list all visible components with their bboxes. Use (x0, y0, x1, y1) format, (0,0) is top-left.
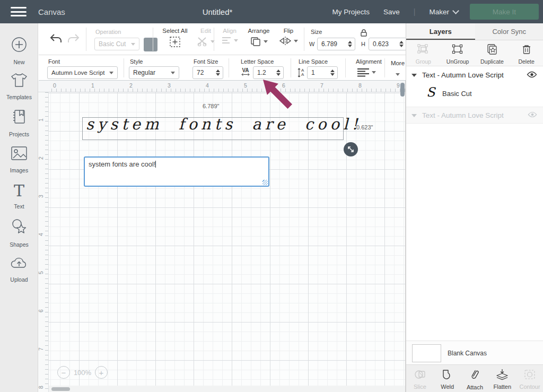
layer-expand-icon[interactable] (411, 74, 417, 77)
lock-icon[interactable] (360, 29, 368, 39)
line-space-label: Line Space (299, 58, 328, 65)
layer-expand-icon[interactable] (411, 114, 417, 117)
ungroup-icon (451, 43, 464, 55)
trash-icon (521, 43, 532, 55)
blank-canvas-row: Blank Canvas (406, 341, 543, 364)
height-stepper[interactable] (399, 41, 404, 47)
height-label: H (361, 41, 365, 47)
machine-chevron-down-icon[interactable] (452, 7, 459, 14)
letter-space-stepper[interactable] (276, 69, 281, 76)
layer-thumbnail-glyph: S (426, 85, 435, 100)
layers-panel: Layers Color Sync Group UnGroup Duplicat… (406, 23, 543, 392)
height-input[interactable]: 0.623 (369, 38, 407, 50)
zoom-out-button[interactable]: − (57, 366, 70, 379)
redo-button[interactable] (66, 33, 80, 47)
alignment-label: Alignment (356, 58, 382, 65)
visibility-eye-icon[interactable] (528, 110, 537, 120)
font-select[interactable]: Autumn Love Script (47, 66, 118, 79)
tab-color-sync[interactable]: Color Sync (475, 23, 543, 40)
header-bar: Canvas Untitled* My Projects Save | Make… (0, 0, 543, 23)
font-label: Font (48, 58, 60, 65)
layer-row-2[interactable]: Text - Autumn Love Script (406, 107, 543, 124)
text-toolbar: Font Autumn Love Script Style Regular Fo… (39, 55, 406, 81)
horizontal-scrollbar[interactable] (49, 386, 406, 392)
ungroup-button[interactable]: UnGroup (441, 40, 475, 66)
resize-handle[interactable] (344, 142, 358, 156)
duplicate-button[interactable]: Duplicate (475, 40, 510, 66)
flip-icon (279, 36, 292, 46)
plus-circle-icon (0, 36, 38, 55)
letter-space-input[interactable]: 1.2 (253, 66, 284, 79)
align-button[interactable]: Align (217, 28, 242, 47)
sidebar-item-images[interactable]: Images (0, 145, 38, 175)
blank-canvas-label: Blank Canvas (448, 350, 487, 357)
layer-row-1[interactable]: Text - Autumn Love Script (406, 67, 543, 83)
visibility-eye-icon[interactable] (527, 71, 537, 80)
horizontal-ruler: 0 1 2 3 4 5 6 7 8 9 (38, 81, 406, 92)
sidebar-item-projects[interactable]: Projects (0, 108, 38, 138)
shirt-icon (0, 72, 38, 90)
size-label: Size (311, 29, 322, 35)
vscroll-thumb[interactable] (400, 83, 405, 97)
delete-button[interactable]: Delete (509, 40, 543, 66)
star-shapes-icon (0, 219, 38, 238)
arrange-button[interactable]: Arrange (243, 28, 274, 49)
edit-button[interactable]: Edit (192, 28, 219, 49)
weld-button[interactable]: Weld (434, 365, 461, 392)
sidebar-item-new[interactable]: New (0, 36, 38, 66)
sidebar-item-templates[interactable]: Templates (0, 72, 38, 101)
more-button-row2[interactable]: More (388, 60, 408, 78)
my-projects-link[interactable]: My Projects (332, 8, 370, 16)
line-space-input[interactable]: 1 (307, 66, 338, 79)
project-title[interactable]: Untitled* (186, 7, 249, 16)
text-selection-box[interactable]: system fonts are cool! (82, 117, 344, 140)
textarea-resize-grip[interactable] (262, 180, 268, 185)
hscroll-thumb[interactable] (51, 387, 70, 391)
selection-height-label: 0.623" (356, 124, 373, 130)
text-edit-field[interactable]: system fonts are cool! (84, 156, 269, 187)
slice-button[interactable]: Slice (406, 365, 434, 392)
sidebar-item-shapes[interactable]: Shapes (0, 219, 38, 249)
style-select[interactable]: Regular (129, 66, 179, 79)
script-text-object[interactable]: system fonts are cool! (86, 115, 362, 133)
upload-cloud-icon (0, 256, 38, 273)
flatten-button[interactable]: Flatten (488, 365, 516, 392)
save-link[interactable]: Save (383, 8, 400, 16)
group-button[interactable]: Group (406, 40, 441, 66)
slice-icon (414, 369, 426, 380)
width-stepper[interactable] (348, 41, 352, 47)
sidebar-item-text[interactable]: T Text (0, 182, 38, 211)
text-tool-icon: T (0, 182, 38, 199)
resize-arrows-icon (347, 145, 355, 153)
machine-selector[interactable]: Maker (429, 8, 449, 16)
flip-button[interactable]: Flip (276, 28, 301, 48)
header-divider: | (414, 7, 416, 16)
canvas-label: Canvas (38, 7, 65, 16)
contour-button[interactable]: Contour (516, 365, 543, 392)
selection-width-label: 6.789" (203, 103, 219, 109)
width-input[interactable]: 6.789 (317, 38, 355, 50)
make-it-button[interactable]: Make It (470, 4, 539, 20)
tab-layers[interactable]: Layers (406, 23, 475, 40)
zoom-level: 100% (70, 369, 95, 377)
notebook-icon (0, 108, 38, 127)
font-size-stepper[interactable] (216, 69, 220, 76)
line-space-stepper[interactable] (330, 69, 335, 76)
sidebar-item-upload[interactable]: Upload (0, 256, 38, 284)
app-window: Canvas Untitled* My Projects Save | Make… (0, 0, 543, 392)
blank-canvas-swatch[interactable] (412, 344, 441, 362)
font-size-input[interactable]: 72 (192, 66, 223, 79)
operation-select[interactable]: Basic Cut (94, 38, 139, 50)
attach-button[interactable]: Attach (461, 365, 489, 392)
hamburger-menu-icon[interactable] (11, 7, 27, 16)
layer-sublayer-basic-cut[interactable]: S Basic Cut (406, 83, 543, 104)
select-all-button[interactable]: Select All (159, 28, 191, 50)
color-swatch[interactable] (144, 38, 157, 51)
zoom-in-button[interactable]: + (95, 366, 108, 379)
undo-button[interactable] (49, 33, 63, 47)
align-icon (221, 36, 232, 45)
design-canvas[interactable]: 0 1 2 3 4 5 6 7 8 9 1 2 3 4 5 6 7 8 6.78… (38, 81, 406, 392)
alignment-button[interactable] (357, 68, 376, 77)
panel-tabs: Layers Color Sync (406, 23, 543, 40)
letter-space-icon: VA (241, 68, 250, 76)
